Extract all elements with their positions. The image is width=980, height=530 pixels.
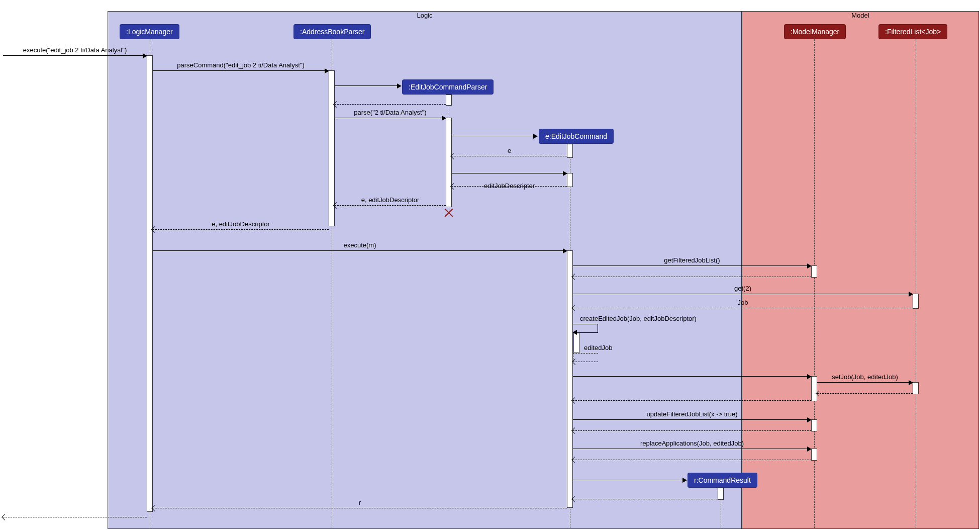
label-update-filtered: updateFilteredJobList(x -> true) bbox=[573, 410, 811, 418]
participant-filtered-list: :FilteredList<Job> bbox=[878, 24, 947, 39]
label-return-r: r bbox=[153, 499, 567, 506]
arrow-return-e bbox=[452, 156, 567, 156]
activation-parser-2 bbox=[446, 118, 452, 207]
activation-mm-1 bbox=[811, 266, 817, 278]
arrow-parse-command bbox=[153, 70, 329, 71]
activation-abp-1 bbox=[329, 70, 335, 226]
arrow-return-e-desc-to-abp bbox=[335, 205, 446, 206]
label-execute-edit-job: execute("edit_job 2 ti/Data Analyst") bbox=[3, 46, 147, 54]
label-parse: parse("2 ti/Data Analyst") bbox=[335, 109, 446, 116]
activation-logic-manager-1 bbox=[147, 55, 153, 512]
arrow-execute-m bbox=[153, 250, 567, 251]
participant-address-book-parser: :AddressBookParser bbox=[293, 24, 371, 39]
arrow-execute-edit-job bbox=[3, 55, 147, 56]
arrow-create-e bbox=[452, 136, 537, 136]
arrow-return-update-filtered bbox=[573, 430, 811, 431]
label-replace-applications: replaceApplications(Job, editedJob) bbox=[573, 439, 811, 447]
activation-cr-1 bbox=[718, 488, 724, 500]
activation-ejc-self bbox=[573, 333, 579, 353]
activation-fl-2 bbox=[913, 382, 919, 394]
participant-model-manager: :ModelManager bbox=[784, 24, 846, 39]
fragment-model-label: Model bbox=[849, 11, 871, 20]
arrow-return-replace-applications bbox=[573, 460, 811, 460]
activation-mm-3 bbox=[811, 419, 817, 431]
arrow-return-r-created bbox=[573, 499, 718, 499]
label-set-job: setJob(Job, editedJob) bbox=[817, 373, 913, 381]
arrow-return-external bbox=[3, 517, 147, 517]
arrow-replace-applications bbox=[573, 449, 811, 449]
arrow-set-job bbox=[817, 382, 913, 383]
label-return-e-desc-to-lm: e, editJobDescriptor bbox=[153, 220, 329, 228]
activation-fl-1 bbox=[913, 294, 919, 309]
activation-mm-2 bbox=[811, 376, 817, 401]
label-get-2: get(2) bbox=[573, 285, 913, 292]
arrow-return-r bbox=[153, 508, 567, 508]
activation-mm-4 bbox=[811, 449, 817, 461]
arrow-return-edit-job-descriptor bbox=[452, 186, 567, 187]
label-return-e: e bbox=[452, 147, 567, 154]
label-create-edited-job: createEditedJob(Job, editJobDescriptor) bbox=[580, 315, 697, 322]
arrow-return-mm-setjob bbox=[573, 400, 811, 401]
arrow-create-r bbox=[573, 480, 687, 480]
arrow-return-parser-created bbox=[335, 104, 446, 105]
arrow-edit-job-descriptor bbox=[452, 173, 567, 173]
participant-edit-job-command-parser: :EditJobCommandParser bbox=[402, 79, 494, 95]
lifeline-filtered-list bbox=[916, 39, 916, 528]
label-parse-command: parseCommand("edit_job 2 ti/Data Analyst… bbox=[153, 61, 329, 69]
label-return-e-desc-to-abp: e, editJobDescriptor bbox=[335, 196, 446, 204]
arrow-to-mm-setjob bbox=[573, 376, 811, 377]
arrow-return-filtered-list bbox=[573, 277, 811, 277]
activation-ejc-1 bbox=[567, 144, 573, 158]
activation-parser-1 bbox=[446, 95, 452, 106]
fragment-logic-label: Logic bbox=[415, 11, 434, 20]
arrow-create-parser bbox=[335, 85, 401, 86]
activation-ejc-3 bbox=[567, 250, 573, 508]
label-return-job: Job bbox=[573, 299, 913, 306]
arrow-get-filtered-job-list bbox=[573, 266, 811, 266]
participant-command-result: r:CommandResult bbox=[688, 473, 757, 488]
arrow-get-2 bbox=[573, 294, 913, 294]
activation-ejc-2 bbox=[567, 173, 573, 187]
arrow-update-filtered bbox=[573, 419, 811, 420]
arrow-return-e-desc-to-lm bbox=[153, 229, 329, 230]
sequence-diagram: Logic Model :LogicManager :AddressBookPa… bbox=[0, 0, 980, 530]
arrow-create-edited-job bbox=[573, 324, 598, 333]
participant-logic-manager: :LogicManager bbox=[120, 24, 179, 39]
fragment-model: Model bbox=[742, 11, 979, 529]
arrow-return-job bbox=[573, 308, 913, 308]
arrow-parse bbox=[335, 118, 446, 118]
destroy-parser-icon bbox=[443, 207, 454, 218]
label-get-filtered-job-list: getFilteredJobList() bbox=[573, 256, 811, 264]
participant-edit-job-command: e:EditJobCommand bbox=[539, 129, 614, 144]
label-execute-m: execute(m) bbox=[153, 241, 567, 249]
arrow-return-set-job bbox=[817, 393, 913, 394]
arrow-return-edited-job bbox=[573, 353, 598, 362]
label-edited-job: editedJob bbox=[584, 344, 612, 351]
